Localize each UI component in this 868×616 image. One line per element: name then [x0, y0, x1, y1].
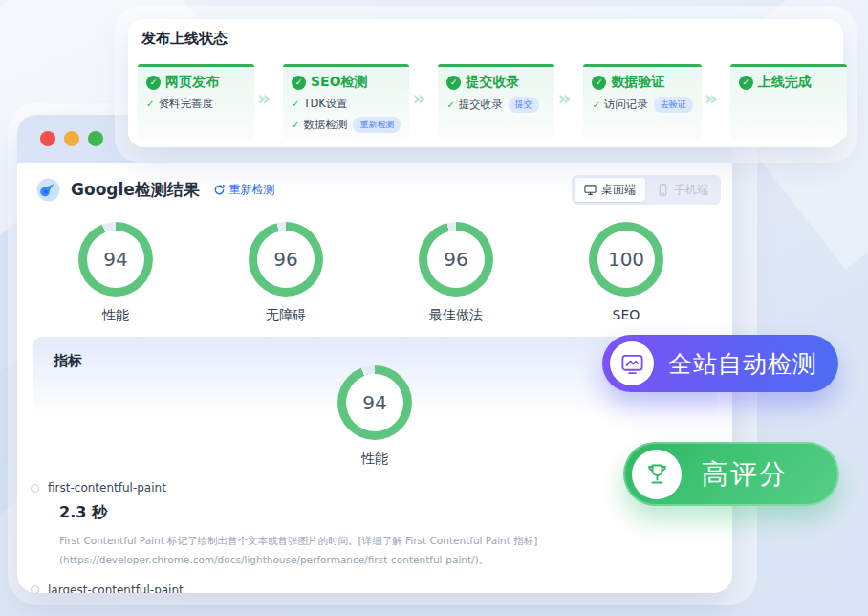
check-icon: ✓ [292, 99, 299, 109]
check-icon: ✓ [446, 99, 454, 110]
metric-value: 2.3 秒 [59, 503, 732, 523]
metrics-section-title: 指标 [54, 352, 82, 369]
score-gauges-row: 94 性能 96 无障碍 96 [17, 216, 732, 327]
metric-item[interactable]: first-contentful-paint 2.3 秒 First Conte… [31, 481, 732, 570]
step-title-row: 提交收录 [446, 74, 546, 91]
gauge-label: 性能 [102, 307, 129, 324]
auto-detect-button[interactable]: 全站自动检测 [602, 335, 838, 392]
step-subitem: ✓ 数据检测 重新检测 [292, 117, 401, 133]
step-title: 提交收录 [466, 74, 519, 91]
check-circle-icon [446, 76, 461, 90]
close-window-button[interactable] [40, 131, 55, 146]
gauge-label: SEO [613, 307, 640, 322]
publish-step-card: 提交收录 ✓ 提交收录 提交 [438, 64, 554, 140]
score-gauge-column: 94 性能 [31, 222, 201, 327]
gauge-value: 94 [78, 222, 153, 297]
detection-title: Google检测结果 [71, 179, 200, 201]
toggle-desktop-label: 桌面端 [601, 182, 636, 198]
check-circle-icon [739, 76, 753, 90]
step-subitem-label: 提交收录 [459, 98, 503, 112]
trophy-icon [632, 450, 682, 499]
minimize-window-button[interactable] [64, 131, 79, 146]
publish-status-frame: 发布上线状态 网页发布 ✓ [115, 6, 857, 163]
step-subitem-label: TDK设置 [303, 97, 347, 111]
gauge-value: 94 [337, 365, 412, 440]
step-title: SEO检测 [311, 74, 368, 91]
score-gauge-column: 96 最佳做法 [371, 222, 541, 327]
refresh-icon [213, 184, 226, 196]
publish-step-card: 上线完成 [730, 64, 847, 140]
device-toggle: 桌面端 手机端 [572, 175, 721, 205]
publish-step-card: 数据验证 ✓ 访问记录 去验证 [583, 64, 701, 140]
gauge-label: 最佳做法 [429, 307, 483, 324]
step-subitem-label: 访问记录 [604, 98, 648, 112]
mobile-icon [657, 184, 669, 196]
metric-name-row: largest-contentful-paint [31, 583, 732, 593]
metric-name: largest-contentful-paint [48, 583, 184, 593]
check-circle-icon [592, 76, 606, 90]
publish-status-header: 发布上线状态 [128, 19, 843, 55]
step-title: 网页发布 [165, 74, 219, 91]
detail-score-gauge: 94 [337, 365, 412, 440]
detection-header-row: Google检测结果 重新检测 桌面端 [17, 163, 732, 216]
gauge-value: 96 [249, 222, 323, 297]
score-gauge: 96 [419, 222, 493, 297]
step-subitem: ✓ 提交收录 提交 [446, 97, 546, 113]
gauge-value: 100 [589, 222, 663, 297]
check-icon: ✓ [592, 99, 599, 110]
gauge-label: 无障碍 [266, 307, 306, 324]
publish-status-title: 发布上线状态 [141, 30, 228, 47]
toggle-mobile[interactable]: 手机端 [647, 178, 718, 202]
step-subitem: ✓ 资料完善度 [146, 97, 246, 111]
step-title: 数据验证 [611, 74, 664, 91]
maximize-window-button[interactable] [88, 131, 103, 146]
score-gauge: 100 [589, 222, 663, 297]
score-gauge-column: 96 无障碍 [201, 222, 371, 327]
toggle-desktop[interactable]: 桌面端 [575, 178, 645, 202]
refresh-detect-link[interactable]: 重新检测 [213, 182, 275, 198]
score-gauge: 96 [249, 222, 323, 297]
check-icon: ✓ [146, 99, 154, 109]
screenshot-stage: 发布上线状态 网页发布 ✓ [0, 0, 868, 616]
step-action-badge[interactable]: 去验证 [654, 97, 693, 113]
score-gauge-column: 100 SEO [541, 222, 711, 327]
score-gauge: 94 [78, 222, 153, 297]
metric-name: first-contentful-paint [48, 481, 166, 495]
step-subitem-label: 数据检测 [303, 118, 347, 132]
step-title-row: 上线完成 [739, 74, 838, 91]
radio-icon [31, 484, 39, 493]
compass-icon [36, 178, 60, 202]
step-subitem-label: 资料完善度 [158, 97, 213, 111]
step-title-row: 网页发布 [146, 74, 246, 91]
step-title: 上线完成 [758, 74, 812, 91]
monitor-chart-icon [610, 341, 654, 385]
publish-steps: 网页发布 ✓ 资料完善度 [128, 55, 843, 140]
metric-item[interactable]: largest-contentful-paint 4.6 秒 [31, 583, 732, 593]
high-score-button[interactable]: 高评分 [623, 442, 839, 506]
high-score-label: 高评分 [702, 456, 788, 493]
desktop-icon [584, 184, 597, 196]
step-title-row: 数据验证 [592, 74, 692, 91]
toggle-mobile-label: 手机端 [674, 182, 708, 198]
check-icon: ✓ [292, 120, 299, 130]
gauge-value: 96 [419, 222, 493, 297]
step-action-badge[interactable]: 重新检测 [353, 117, 401, 133]
step-title-row: SEO检测 [292, 74, 401, 91]
publish-step-card: 网页发布 ✓ 资料完善度 [138, 64, 254, 140]
metric-description-line: (https://developer.chrome.com/docs/light… [59, 550, 732, 569]
metrics-list: first-contentful-paint 2.3 秒 First Conte… [17, 481, 732, 593]
radio-icon [31, 585, 39, 593]
publish-step-card: SEO检测 ✓ TDK设置 [283, 64, 409, 140]
step-subitem: ✓ 访问记录 去验证 [592, 97, 692, 113]
step-action-badge[interactable]: 提交 [509, 97, 539, 113]
step-subitem: ✓ TDK设置 [292, 97, 401, 111]
publish-status-card: 发布上线状态 网页发布 ✓ [128, 19, 843, 147]
metric-description-line: First Contentful Paint 标记了绘制出首个文本或首张图片的时… [59, 531, 732, 550]
refresh-label: 重新检测 [229, 182, 275, 198]
check-circle-icon [292, 76, 306, 90]
auto-detect-label: 全站自动检测 [668, 348, 817, 380]
check-circle-icon [146, 76, 161, 90]
gauge-label: 性能 [361, 451, 388, 468]
